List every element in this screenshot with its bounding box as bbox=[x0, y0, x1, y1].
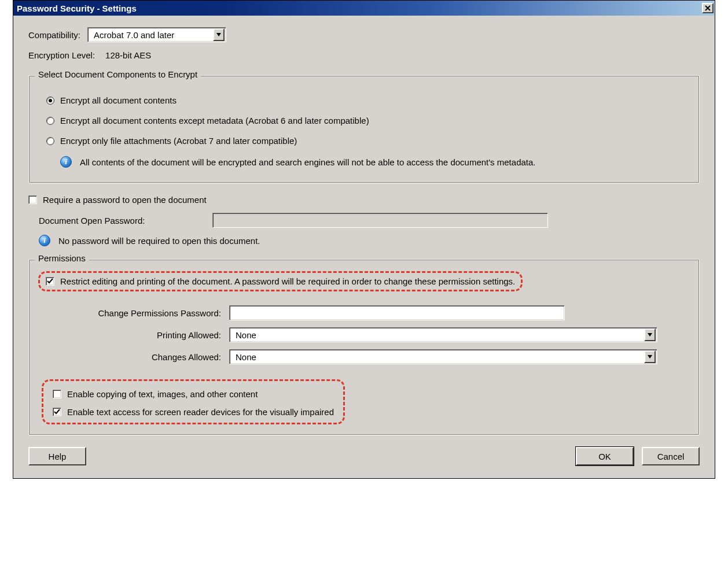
printing-allowed-row: Printing Allowed: None bbox=[38, 327, 690, 342]
info-icon: i bbox=[60, 156, 72, 168]
restrict-editing-row[interactable]: Restrict editing and printing of the doc… bbox=[46, 276, 515, 286]
titlebar: Password Security - Settings bbox=[13, 1, 715, 16]
require-open-password-row[interactable]: Require a password to open the document bbox=[28, 195, 700, 205]
encryption-level-label: Encryption Level: bbox=[28, 50, 95, 60]
open-password-info-text: No password will be required to open thi… bbox=[58, 236, 260, 246]
help-button-label: Help bbox=[49, 452, 67, 461]
printing-allowed-label: Printing Allowed: bbox=[38, 330, 229, 340]
enable-copying-label: Enable copying of text, images, and othe… bbox=[67, 389, 258, 399]
document-open-password-input bbox=[212, 213, 548, 228]
enable-text-access-row[interactable]: Enable text access for screen reader dev… bbox=[53, 407, 334, 417]
require-open-password-checkbox[interactable] bbox=[28, 195, 37, 204]
ok-button[interactable]: OK bbox=[576, 447, 634, 465]
dropdown-button[interactable] bbox=[644, 350, 656, 363]
radio-encrypt-except-metadata[interactable]: Encrypt all document contents except met… bbox=[46, 116, 687, 125]
window-title: Password Security - Settings bbox=[17, 3, 137, 13]
dialog-body: Compatibility: Acrobat 7.0 and later Enc… bbox=[13, 16, 715, 478]
document-open-password-row: Document Open Password: bbox=[28, 213, 700, 228]
changes-allowed-row: Changes Allowed: None bbox=[38, 349, 690, 364]
ok-button-label: OK bbox=[598, 452, 611, 461]
change-permissions-password-label: Change Permissions Password: bbox=[38, 308, 229, 318]
enable-text-access-checkbox[interactable] bbox=[53, 408, 61, 416]
compatibility-row: Compatibility: Acrobat 7.0 and later bbox=[28, 27, 700, 42]
highlight-enable-options: Enable copying of text, images, and othe… bbox=[42, 379, 345, 424]
encryption-level-value: 128-bit AES bbox=[105, 50, 151, 60]
printing-allowed-dropdown[interactable]: None bbox=[229, 327, 657, 342]
cancel-button-label: Cancel bbox=[657, 452, 685, 461]
close-icon bbox=[705, 5, 711, 11]
changes-allowed-value: None bbox=[230, 352, 643, 362]
dropdown-button[interactable] bbox=[644, 328, 656, 341]
radio-label: Encrypt all document contents except met… bbox=[60, 116, 369, 125]
require-open-password-label: Require a password to open the document bbox=[43, 195, 207, 205]
encrypt-info-row: i All contents of the document will be e… bbox=[60, 156, 687, 168]
permissions-group: Permissions Restrict editing and printin… bbox=[28, 259, 700, 435]
help-button[interactable]: Help bbox=[28, 447, 86, 465]
enable-copying-checkbox[interactable] bbox=[53, 390, 61, 398]
change-permissions-password-row: Change Permissions Password: bbox=[38, 305, 690, 320]
permissions-legend: Permissions bbox=[35, 253, 89, 263]
changes-allowed-dropdown[interactable]: None bbox=[229, 349, 657, 364]
enable-text-access-label: Enable text access for screen reader dev… bbox=[67, 407, 334, 417]
radio-encrypt-all[interactable]: Encrypt all document contents bbox=[46, 95, 687, 105]
document-open-password-label: Document Open Password: bbox=[28, 216, 212, 225]
radio-encrypt-attachments-only[interactable]: Encrypt only file attachments (Acrobat 7… bbox=[46, 136, 687, 146]
highlight-restrict: Restrict editing and printing of the doc… bbox=[38, 271, 523, 291]
chevron-down-icon bbox=[216, 33, 221, 36]
compatibility-label: Compatibility: bbox=[28, 30, 80, 40]
changes-allowed-label: Changes Allowed: bbox=[38, 352, 229, 362]
password-security-settings-dialog: Password Security - Settings Compatibili… bbox=[13, 0, 715, 479]
restrict-editing-label: Restrict editing and printing of the doc… bbox=[60, 276, 515, 286]
radio-icon bbox=[46, 117, 54, 125]
radio-label: Encrypt only file attachments (Acrobat 7… bbox=[60, 136, 297, 146]
encrypt-info-text: All contents of the document will be enc… bbox=[80, 157, 536, 167]
open-password-info-row: i No password will be required to open t… bbox=[39, 235, 700, 246]
compatibility-dropdown[interactable]: Acrobat 7.0 and later bbox=[87, 27, 226, 42]
encrypt-components-legend: Select Document Components to Encrypt bbox=[35, 69, 201, 79]
dropdown-button[interactable] bbox=[213, 28, 225, 41]
enable-copying-row[interactable]: Enable copying of text, images, and othe… bbox=[53, 389, 334, 399]
radio-label: Encrypt all document contents bbox=[60, 95, 177, 105]
printing-allowed-value: None bbox=[230, 330, 643, 340]
radio-icon bbox=[46, 97, 54, 105]
check-icon bbox=[47, 278, 53, 284]
encrypt-components-group: Select Document Components to Encrypt En… bbox=[28, 75, 700, 183]
check-icon bbox=[54, 409, 60, 415]
close-button[interactable] bbox=[702, 3, 714, 13]
cancel-button[interactable]: Cancel bbox=[642, 447, 700, 465]
encryption-level-row: Encryption Level: 128-bit AES bbox=[28, 50, 700, 60]
chevron-down-icon bbox=[648, 355, 652, 358]
change-permissions-password-input[interactable] bbox=[229, 305, 565, 320]
info-icon: i bbox=[39, 235, 50, 246]
chevron-down-icon bbox=[648, 333, 652, 337]
dialog-button-row: Help OK Cancel bbox=[28, 447, 700, 465]
restrict-editing-checkbox[interactable] bbox=[46, 277, 54, 286]
radio-icon bbox=[46, 137, 54, 145]
compatibility-value: Acrobat 7.0 and later bbox=[88, 30, 212, 40]
